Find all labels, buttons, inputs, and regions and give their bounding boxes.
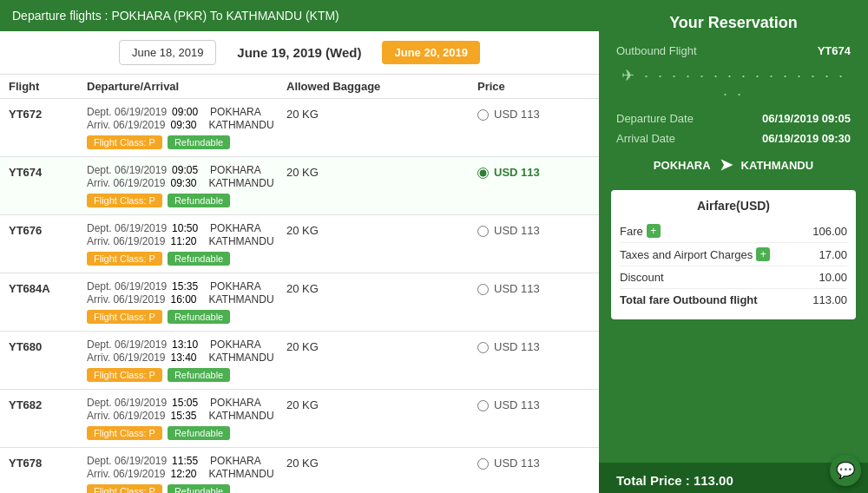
- arrival-label: Arrival Date: [616, 132, 675, 145]
- baggage-info: 20 KG: [286, 339, 477, 353]
- dept-place: POKHARA: [210, 339, 261, 351]
- flight-select-radio[interactable]: [477, 342, 489, 353]
- total-fare-label: Total fare Outbound flight: [620, 293, 758, 306]
- arrival-date-row: Arrival Date 06/19/2019 09:30: [599, 128, 868, 148]
- departure-value: 06/19/2019 09:05: [762, 112, 851, 125]
- airfare-box: Airfare(USD) Fare + 106.00 Taxes and Air…: [611, 190, 856, 319]
- date-tab-june18[interactable]: June 18, 2019: [119, 40, 216, 65]
- price-text: USD 113: [494, 457, 540, 470]
- origin-city: POKHARA: [654, 159, 711, 172]
- arrv-label: Arriv. 06/19/2019: [87, 410, 166, 422]
- flight-row: YT676 Dept. 06/19/2019 10:50 POKHARA Arr…: [0, 215, 599, 273]
- dept-label: Dept. 06/19/2019: [87, 164, 167, 176]
- taxes-label: Taxes and Airport Charges +: [620, 247, 770, 261]
- dept-time: 09:00: [172, 106, 205, 118]
- class-badge: Flight Class: P: [87, 194, 162, 207]
- arrv-time: 11:20: [171, 235, 204, 247]
- flight-select-radio[interactable]: [477, 458, 489, 470]
- badges: Flight Class: P Refundable: [87, 368, 286, 382]
- arrv-line: Arriv. 06/19/2019 09:30 KATHMANDU: [87, 177, 286, 189]
- price-text: USD 113: [494, 340, 540, 353]
- dep-arr-info: Dept. 06/19/2019 11:55 POKHARA Arriv. 06…: [87, 455, 286, 493]
- class-badge: Flight Class: P: [87, 310, 162, 324]
- badges: Flight Class: P Refundable: [87, 252, 286, 266]
- destination-city: KATHMANDU: [741, 159, 814, 172]
- arrv-line: Arriv. 06/19/2019 16:00 KATHMANDU: [87, 293, 286, 306]
- fare-label: Fare +: [620, 224, 661, 238]
- dept-line: Dept. 06/19/2019 15:35 POKHARA: [87, 280, 286, 293]
- arrv-line: Arriv. 06/19/2019 09:30 KATHMANDU: [87, 119, 286, 131]
- dept-place: POKHARA: [210, 455, 261, 467]
- right-panel: Your Reservation Outbound Flight YT674 ✈…: [599, 0, 868, 493]
- outbound-flight-row: Outbound Flight YT674: [599, 41, 868, 61]
- price-text: USD 113: [494, 166, 540, 179]
- taxes-value: 17.00: [819, 248, 847, 261]
- arrv-place: KATHMANDU: [209, 177, 274, 189]
- flight-row: YT678 Dept. 06/19/2019 11:55 POKHARA Arr…: [0, 448, 599, 493]
- baggage-info: 20 KG: [286, 222, 477, 237]
- baggage-info: 20 KG: [286, 397, 477, 411]
- arrv-place: KATHMANDU: [209, 468, 274, 480]
- discount-row: Discount 10.00: [620, 266, 847, 289]
- arrv-place: KATHMANDU: [209, 235, 274, 247]
- arrv-time: 09:30: [171, 119, 204, 131]
- refund-badge: Refundable: [168, 426, 230, 440]
- class-badge: Flight Class: P: [87, 368, 162, 382]
- dept-label: Dept. 06/19/2019: [87, 106, 167, 118]
- refund-badge: Refundable: [168, 368, 230, 382]
- taxes-plus-button[interactable]: +: [756, 247, 770, 261]
- dep-arr-info: Dept. 06/19/2019 10:50 POKHARA Arriv. 06…: [87, 222, 286, 266]
- price-text: USD 113: [494, 398, 540, 411]
- arrv-place: KATHMANDU: [209, 352, 274, 364]
- route-arrow-icon: ➤: [720, 155, 733, 174]
- dept-line: Dept. 06/19/2019 11:55 POKHARA: [87, 455, 286, 467]
- dept-label: Dept. 06/19/2019: [87, 397, 167, 409]
- class-badge: Flight Class: P: [87, 484, 162, 493]
- flight-select-radio[interactable]: [477, 226, 489, 237]
- dept-place: POKHARA: [210, 106, 261, 118]
- flight-id: YT684A: [9, 280, 87, 295]
- badges: Flight Class: P Refundable: [87, 484, 286, 493]
- flight-select-radio[interactable]: [477, 284, 489, 295]
- arrv-label: Arriv. 06/19/2019: [87, 468, 166, 480]
- dept-line: Dept. 06/19/2019 13:10 POKHARA: [87, 339, 286, 351]
- arrival-value: 06/19/2019 09:30: [762, 132, 851, 145]
- route-row: POKHARA ➤ KATHMANDU: [599, 148, 868, 181]
- date-tab-june20[interactable]: June 20, 2019: [382, 41, 480, 64]
- dept-line: Dept. 06/19/2019 15:05 POKHARA: [87, 397, 286, 409]
- baggage-info: 20 KG: [286, 164, 477, 179]
- dept-label: Dept. 06/19/2019: [87, 339, 167, 351]
- col-flight: Flight: [9, 80, 87, 93]
- flight-select-radio[interactable]: [477, 168, 489, 179]
- class-badge: Flight Class: P: [87, 252, 162, 266]
- fare-plus-button[interactable]: +: [647, 224, 661, 238]
- discount-value: 10.00: [819, 271, 847, 284]
- baggage-info: 20 KG: [286, 106, 477, 121]
- left-panel: Departure flights : POKHARA (PKR) To KAT…: [0, 0, 599, 493]
- flight-id: YT680: [9, 339, 87, 353]
- fare-value: 106.00: [812, 225, 847, 238]
- dept-line: Dept. 06/19/2019 10:50 POKHARA: [87, 222, 286, 234]
- dep-arr-info: Dept. 06/19/2019 09:00 POKHARA Arriv. 06…: [87, 106, 286, 149]
- class-badge: Flight Class: P: [87, 426, 162, 440]
- total-fare-row: Total fare Outbound flight 113.00: [620, 289, 847, 311]
- flight-select-radio[interactable]: [477, 400, 489, 411]
- flight-id: YT676: [9, 222, 87, 237]
- flight-id: YT674: [9, 164, 87, 179]
- arrv-line: Arriv. 06/19/2019 12:20 KATHMANDU: [87, 468, 286, 480]
- arrv-label: Arriv. 06/19/2019: [87, 293, 166, 306]
- baggage-info: 20 KG: [286, 455, 477, 470]
- arrv-time: 09:30: [171, 177, 204, 189]
- dept-place: POKHARA: [210, 280, 261, 293]
- col-dep-arr: Departure/Arrival: [87, 80, 286, 93]
- flight-id: YT682: [9, 397, 87, 411]
- chat-button[interactable]: 💬: [830, 455, 861, 486]
- dept-time: 13:10: [172, 339, 205, 351]
- flight-select-radio[interactable]: [477, 109, 489, 121]
- arrv-label: Arriv. 06/19/2019: [87, 119, 166, 131]
- page-header: Departure flights : POKHARA (PKR) To KAT…: [0, 0, 599, 31]
- arrv-line: Arriv. 06/19/2019 13:40 KATHMANDU: [87, 352, 286, 364]
- refund-badge: Refundable: [168, 194, 230, 207]
- departure-label: Departure Date: [616, 112, 694, 125]
- dep-arr-info: Dept. 06/19/2019 09:05 POKHARA Arriv. 06…: [87, 164, 286, 207]
